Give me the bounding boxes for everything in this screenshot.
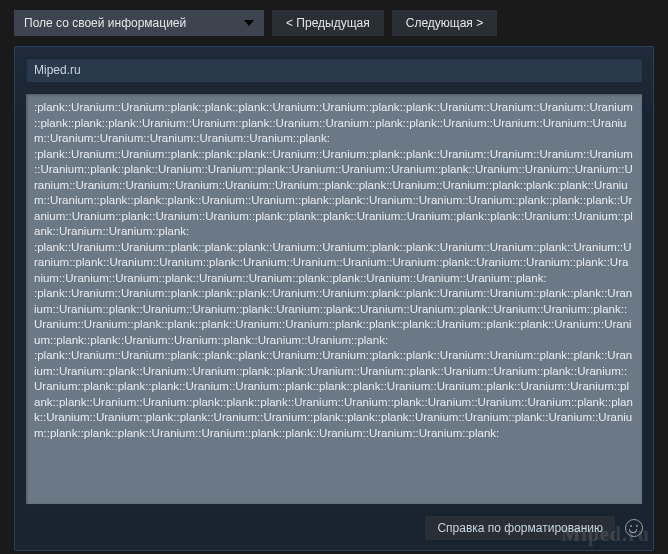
title-input[interactable] [25,57,643,83]
editor-panel: Справка по форматированию [14,46,654,551]
editor-footer: Справка по форматированию [25,516,643,540]
body-textarea[interactable] [25,93,643,505]
dropdown-label: Поле со своей информацией [24,16,186,30]
next-button[interactable]: Следующая > [392,10,497,36]
prev-button[interactable]: < Предыдущая [272,10,384,36]
toolbar: Поле со своей информацией < Предыдущая С… [14,10,654,36]
field-type-dropdown[interactable]: Поле со своей информацией [14,10,264,36]
caret-down-icon [244,20,254,26]
formatting-help-button[interactable]: Справка по форматированию [425,516,615,540]
emoticon-picker-icon[interactable] [625,519,643,537]
